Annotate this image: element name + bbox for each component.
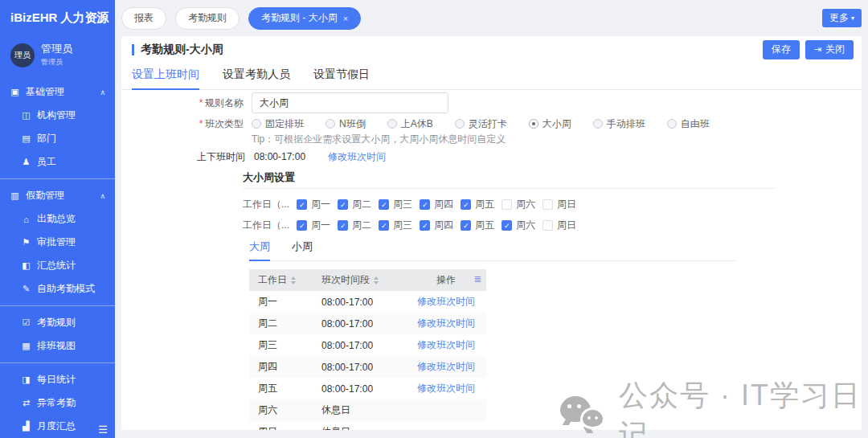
checkbox-fri[interactable]: 周五 [461, 198, 502, 211]
sidebar-item-org-management[interactable]: ◫机构管理 [0, 104, 115, 127]
sidebar-item-attendance-rules[interactable]: ☑考勤规则 [0, 311, 115, 334]
sidebar-divider [0, 178, 115, 179]
checkbox-wed[interactable]: 周三 [379, 219, 420, 232]
checkbox-sat[interactable]: 周六 [502, 198, 542, 211]
modify-shift-time-link[interactable]: 修改班次时间 [417, 361, 475, 372]
checkbox-icon [461, 199, 471, 210]
table-settings-icon[interactable]: ≣ [474, 274, 481, 284]
sidebar-item-self-attendance-mode[interactable]: ✎自助考勤模式 [0, 277, 115, 301]
radio-big-small-week[interactable]: 大小周 [529, 117, 571, 131]
tab-attendance-rules[interactable]: 考勤规则 [175, 7, 240, 30]
sidebar-item-daily-statistics[interactable]: ◨每日统计 [0, 368, 115, 391]
sidebar-item-label: 每日统计 [37, 373, 76, 387]
tab-small-week[interactable]: 小周 [292, 239, 313, 260]
radio-fixed-shift[interactable]: 固定排班 [252, 117, 304, 131]
sidebar-item-label: 机构管理 [37, 108, 76, 122]
pen-icon: ✎ [21, 284, 31, 294]
table-row-sat: 周六休息日 [249, 399, 486, 421]
checkbox-label: 周六 [516, 219, 535, 232]
checkbox-sun[interactable]: 周日 [542, 219, 583, 232]
sidebar-divider [0, 362, 115, 363]
radio-label: 固定排班 [265, 117, 304, 131]
checkbox-tue[interactable]: 周二 [338, 219, 379, 232]
shift-type-tip: Tip：可根据企业需求设置大小周，大周小周休息时间自定义 [252, 133, 852, 144]
radio-label: 手动排班 [607, 117, 645, 131]
workday-row-label: 工作日（... [243, 219, 289, 232]
checkbox-label: 周二 [352, 198, 371, 211]
checkbox-mon[interactable]: 周一 [297, 198, 338, 211]
card-header: 考勤规则-大小周 保存 ⇥ 关闭 [121, 36, 862, 63]
page-tabs: 设置上班时间设置考勤人员设置节假日 [121, 63, 862, 90]
tab-report[interactable]: 报表 [121, 7, 166, 30]
week-tabs: 大周小周 [249, 239, 735, 261]
tab-label: 考勤规则 - 大小周 [261, 11, 338, 25]
sidebar-item-label: 月度汇总 [37, 420, 76, 433]
sidebar-item-summary-statistics[interactable]: ◧汇总统计 [0, 254, 115, 277]
more-button[interactable]: 更多 ▾ [822, 9, 862, 27]
cell-action: 修改班次时间 [414, 382, 478, 395]
chevron-up-icon: ∧ [100, 88, 105, 96]
tabbar-tabs: 报表考勤规则考勤规则 - 大小周× [121, 7, 361, 30]
checkbox-label: 周五 [475, 198, 494, 211]
avatar[interactable]: 理员 [10, 43, 35, 68]
checkbox-tue[interactable]: 周二 [338, 198, 379, 211]
radio-flexible-punch[interactable]: 灵活打卡 [455, 117, 507, 131]
checkbox-fri[interactable]: 周五 [461, 219, 502, 232]
checkbox-mon[interactable]: 周一 [297, 219, 338, 232]
sort-icon[interactable] [374, 276, 379, 284]
cell-workday: 周六 [249, 403, 321, 417]
user-name: 管理员 [41, 43, 72, 55]
close-button[interactable]: ⇥ 关闭 [805, 40, 854, 59]
column-header-workday[interactable]: 工作日 [249, 273, 321, 287]
tab-set-holidays[interactable]: 设置节假日 [313, 68, 370, 89]
cell-workday: 周三 [249, 338, 321, 352]
more-button-label: 更多 [829, 11, 849, 25]
checkbox-wed[interactable]: 周三 [379, 198, 420, 211]
daily-report-icon: ◨ [21, 375, 31, 385]
sidebar-item-employee[interactable]: ♟员工 [0, 150, 115, 174]
sort-asc-icon [374, 276, 379, 280]
checkbox-sat[interactable]: 周六 [502, 219, 542, 232]
tab-set-attendance-staff[interactable]: 设置考勤人员 [223, 68, 290, 89]
modify-shift-time-link[interactable]: 修改班次时间 [328, 150, 386, 164]
sidebar-item-department[interactable]: ▤部门 [0, 127, 115, 150]
menu-fold-icon[interactable]: ☰ [98, 424, 108, 436]
radio-free-shift[interactable]: 自由班 [667, 117, 710, 131]
sidebar-item-abnormal-attendance[interactable]: ⇄异常考勤 [0, 391, 115, 415]
save-button[interactable]: 保存 [763, 40, 800, 59]
sidebar: iBizEHR 人力资源 理员 管理员 管理员 ▣基础管理∧◫机构管理▤部门♟员… [0, 0, 115, 438]
sidebar-nav: ▣基础管理∧◫机构管理▤部门♟员工▥假勤管理∧⌂出勤总览⚑审批管理◧汇总统计✎自… [0, 80, 115, 438]
rule-name-label: *规则名称 [131, 96, 244, 110]
radio-icon [593, 119, 603, 129]
checkbox-label: 周三 [393, 219, 412, 232]
rule-name-input[interactable] [252, 92, 448, 113]
modify-shift-time-link[interactable]: 修改班次时间 [417, 383, 475, 394]
sidebar-item-approval-management[interactable]: ⚑审批管理 [0, 231, 115, 254]
tab-label: 报表 [134, 11, 154, 25]
sidebar-group-attendance-management[interactable]: ▥假勤管理∧ [0, 184, 115, 207]
radio-n-shift-rotation[interactable]: N班倒 [326, 117, 366, 131]
sidebar-group-basic-management[interactable]: ▣基础管理∧ [0, 80, 115, 104]
tab-big-week[interactable]: 大周 [249, 239, 270, 260]
sort-icon[interactable] [291, 276, 296, 284]
checkbox-label: 周三 [393, 198, 412, 211]
close-icon[interactable]: × [343, 14, 348, 23]
calendar-icon: ▦ [21, 341, 31, 351]
sidebar-item-attendance-overview[interactable]: ⌂出勤总览 [0, 207, 115, 231]
checkbox-thu[interactable]: 周四 [420, 219, 461, 232]
shift-type-options: 固定排班N班倒上A休B灵活打卡大小周手动排班自由班 [252, 117, 731, 131]
checkbox-thu[interactable]: 周四 [420, 198, 461, 211]
radio-work-a-rest-b[interactable]: 上A休B [387, 117, 433, 131]
sidebar-item-label: 考勤规则 [37, 316, 76, 330]
modify-shift-time-link[interactable]: 修改班次时间 [417, 317, 475, 329]
sidebar-item-schedule-view[interactable]: ▦排班视图 [0, 334, 115, 358]
modify-shift-time-link[interactable]: 修改班次时间 [417, 296, 475, 307]
user-profile[interactable]: 理员 管理员 管理员 [10, 43, 115, 68]
tab-attendance-rules-big-small-week[interactable]: 考勤规则 - 大小周× [248, 7, 361, 30]
modify-shift-time-link[interactable]: 修改班次时间 [417, 339, 475, 350]
tag-icon: ⚑ [21, 237, 31, 248]
checkbox-sun[interactable]: 周日 [542, 198, 583, 211]
radio-manual-shift[interactable]: 手动排班 [593, 117, 645, 131]
column-header-shift-time-range[interactable]: 班次时间段 [321, 273, 414, 287]
tab-set-work-time[interactable]: 设置上班时间 [132, 68, 199, 89]
